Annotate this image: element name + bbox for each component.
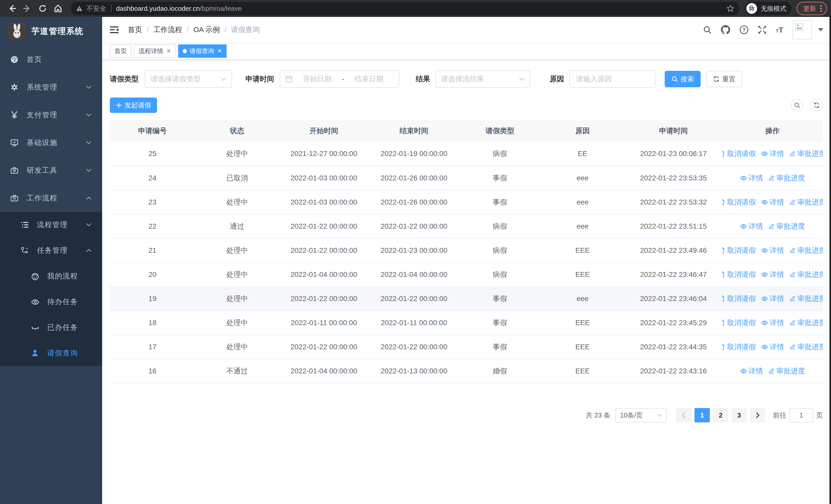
cancel-leave-link[interactable]: 取消请假 (722, 270, 756, 279)
detail-link[interactable]: 详情 (761, 342, 784, 352)
sidebar-item-9[interactable]: 待办任务 (0, 289, 102, 315)
app-root: 不安全 dashboard.yudao.iocoder.cn/bpm/oa/le… (0, 0, 831, 504)
cell-status: 通过 (195, 221, 279, 231)
detail-link[interactable]: 详情 (761, 318, 784, 328)
tab-2[interactable]: 请假查询✕ (178, 45, 226, 58)
cancel-leave-link[interactable]: 取消请假 (722, 197, 756, 207)
detail-link[interactable]: 详情 (740, 221, 763, 231)
page-size-value: 10条/页 (620, 411, 642, 420)
detail-link[interactable]: 详情 (761, 245, 784, 255)
approval-progress-link[interactable]: 审批进度 (789, 149, 823, 158)
sidebar-item-0[interactable]: 首页 (0, 46, 102, 73)
cancel-leave-link[interactable]: 取消请假 (722, 342, 756, 352)
sidebar-item-4[interactable]: 研发工具 (0, 156, 102, 184)
sidebar-item-10[interactable]: 已办任务 (0, 315, 102, 340)
table-row-25: 25处理中2021-12-27 00:00:002022-01-19 00:00… (110, 142, 823, 166)
result-placeholder: 请选择流结果 (441, 74, 484, 84)
detail-link[interactable]: 详情 (761, 149, 784, 158)
fullscreen-icon[interactable] (758, 25, 767, 34)
detail-link[interactable]: 详情 (761, 197, 784, 207)
approval-progress-link[interactable]: 审批进度 (789, 342, 823, 352)
cancel-leave-link[interactable]: 取消请假 (722, 245, 756, 255)
incognito-badge: 无痕模式 (745, 2, 792, 15)
cancel-leave-link[interactable]: 取消请假 (722, 294, 756, 304)
page-button-1[interactable]: 1 (694, 408, 710, 422)
next-page-button[interactable] (750, 408, 765, 422)
detail-link[interactable]: 详情 (740, 366, 763, 376)
help-icon[interactable]: ? (739, 25, 749, 34)
approval-progress-link[interactable]: 审批进度 (789, 294, 823, 304)
breadcrumb-item-2[interactable]: OA 示例 (194, 25, 220, 35)
tab-0[interactable]: 首页 (110, 45, 132, 58)
hamburger-icon[interactable] (110, 26, 119, 34)
edit-icon (768, 368, 775, 375)
sidebar-item-7[interactable]: 任务管理 (0, 238, 102, 263)
approval-progress-link[interactable]: 审批进度 (768, 221, 805, 231)
detail-link[interactable]: 详情 (740, 173, 763, 183)
github-icon[interactable] (721, 25, 730, 34)
approval-progress-link[interactable]: 审批进度 (789, 197, 823, 207)
back-icon[interactable] (4, 1, 20, 16)
sidebar-item-6[interactable]: 流程管理 (0, 212, 102, 238)
sidebar-item-8[interactable]: 我的流程 (0, 263, 102, 289)
goto-page-input[interactable]: 1 (790, 408, 813, 422)
date-end-input[interactable]: 结束日期 (344, 74, 394, 84)
apply-time-label: 申请时间 (245, 74, 274, 84)
reload-icon[interactable] (35, 1, 50, 16)
window-scrollbar[interactable] (829, 17, 831, 504)
page-button-3[interactable]: 3 (732, 408, 747, 422)
cell-type: 病假 (459, 221, 541, 231)
approval-progress-link[interactable]: 审批进度 (789, 270, 823, 279)
sidebar-item-2[interactable]: 支付管理 (0, 101, 102, 129)
sidebar-item-1[interactable]: 系统管理 (0, 73, 102, 101)
create-leave-button[interactable]: 发起请假 (110, 97, 157, 113)
prev-page-button[interactable] (676, 408, 691, 422)
font-size-icon[interactable]: TT (776, 26, 783, 33)
detail-link[interactable]: 详情 (761, 294, 784, 304)
url-bar[interactable]: 不安全 dashboard.yudao.iocoder.cn/bpm/oa/le… (71, 2, 740, 15)
result-select[interactable]: 请选择流结果 (435, 70, 530, 88)
approval-progress-link[interactable]: 审批进度 (768, 366, 805, 376)
date-start-input[interactable]: 开始日期 (292, 74, 342, 84)
eye-icon (740, 223, 747, 230)
table-search-toggle[interactable] (791, 99, 803, 111)
page-size-select[interactable]: 10条/页 (615, 408, 667, 422)
cancel-leave-link[interactable]: 取消请假 (722, 149, 756, 158)
sidebar-item-3[interactable]: 基础设施 (0, 129, 102, 156)
search-button[interactable]: 搜索 (665, 71, 700, 87)
cell-end: 2022-01-19 00:00:00 (369, 150, 459, 158)
approval-progress-link[interactable]: 审批进度 (789, 245, 823, 255)
apply-time-range[interactable]: 开始日期 - 结束日期 (280, 70, 399, 88)
approval-progress-link[interactable]: 审批进度 (789, 318, 823, 328)
breadcrumb-item-1[interactable]: 工作流程 (153, 25, 182, 35)
sidebar-item-11[interactable]: 请假查询 (0, 340, 102, 366)
detail-link[interactable]: 详情 (761, 270, 784, 279)
reason-input[interactable]: 请输入原因 (569, 70, 656, 88)
leave-type-label: 请假类型 (110, 74, 139, 84)
table-row-19: 19处理中2022-01-22 00:00:002022-01-22 00:00… (110, 287, 823, 310)
sidebar-item-5[interactable]: 工作流程 (0, 184, 102, 212)
table-refresh-button[interactable] (810, 99, 823, 111)
bookmark-star-icon[interactable] (726, 4, 735, 12)
browser-menu-icon[interactable] (820, 5, 822, 12)
close-icon[interactable]: ✕ (217, 48, 222, 54)
leave-type-select[interactable]: 请选择请假类型 (145, 70, 232, 88)
avatar-caret-icon[interactable] (818, 28, 823, 31)
cancel-leave-link[interactable]: 取消请假 (722, 318, 756, 328)
close-icon[interactable]: ✕ (166, 48, 171, 54)
approval-progress-link[interactable]: 审批进度 (768, 173, 805, 183)
home-icon[interactable] (50, 1, 66, 16)
forward-icon[interactable] (20, 1, 35, 16)
breadcrumb-item-0[interactable]: 首页 (128, 25, 142, 35)
reset-button[interactable]: 重置 (706, 71, 742, 87)
page-button-2[interactable]: 2 (713, 408, 728, 422)
app-logo[interactable]: 芋道管理系统 (0, 17, 102, 46)
header-search-icon[interactable] (703, 25, 712, 34)
tab-1[interactable]: 流程详情✕ (134, 45, 175, 58)
cell-id: 19 (110, 295, 195, 303)
cell-status: 处理中 (195, 270, 279, 279)
update-button[interactable]: 更新 (797, 2, 827, 15)
cell-reason: EEE (541, 367, 625, 375)
avatar[interactable] (793, 20, 812, 39)
calendar-icon (285, 76, 292, 83)
